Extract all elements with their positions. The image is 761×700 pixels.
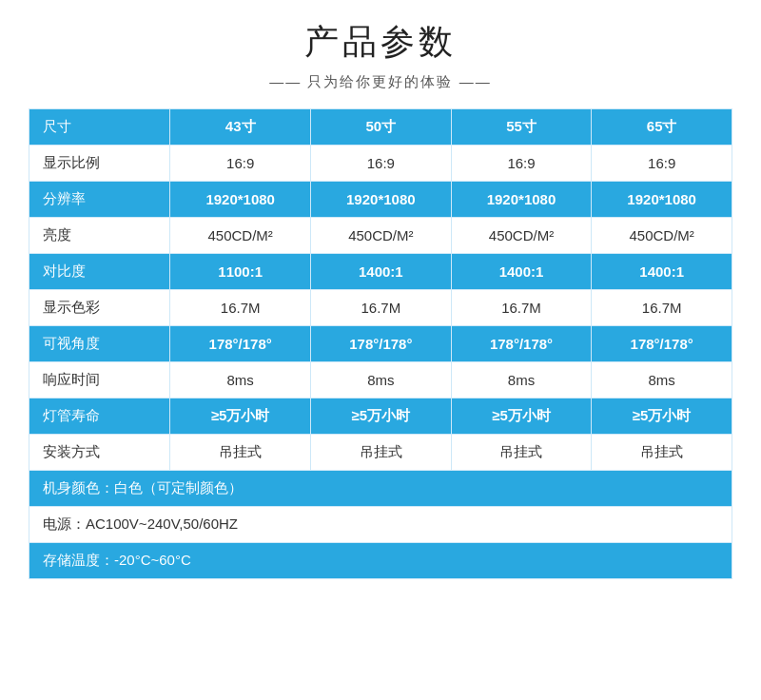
row-5-col-4: 178°/178°: [592, 326, 732, 362]
table-row: 灯管寿命≥5万小时≥5万小时≥5万小时≥5万小时: [29, 399, 732, 435]
row-0-label: 显示比例: [29, 146, 170, 182]
row-5-col-2: 178°/178°: [311, 326, 452, 362]
full-row-2-text: 存储温度：-20°C~60°C: [29, 543, 732, 579]
row-1-col-2: 1920*1080: [311, 182, 452, 218]
params-table: 尺寸43寸50寸55寸65寸显示比例16:916:916:916:9分辨率192…: [29, 108, 732, 579]
row-5-col-3: 178°/178°: [451, 326, 592, 362]
table-row: 可视角度178°/178°178°/178°178°/178°178°/178°: [29, 326, 732, 362]
row-5-col-1: 178°/178°: [170, 326, 311, 362]
row-7-label: 灯管寿命: [29, 399, 170, 435]
row-3-col-1: 1100:1: [170, 254, 311, 290]
row-7-col-1: ≥5万小时: [170, 399, 311, 435]
row-4-col-3: 16.7M: [451, 290, 592, 326]
row-8-col-3: 吊挂式: [451, 435, 592, 471]
row-6-col-2: 8ms: [311, 362, 452, 399]
row-1-label: 分辨率: [29, 182, 170, 218]
table-row: 显示色彩16.7M16.7M16.7M16.7M: [29, 290, 732, 326]
header-col-1: 43寸: [170, 109, 311, 146]
row-3-col-3: 1400:1: [451, 254, 592, 290]
full-row: 机身颜色：白色（可定制颜色）: [29, 471, 732, 507]
header-col-2: 50寸: [311, 109, 452, 146]
row-5-label: 可视角度: [29, 326, 170, 362]
row-6-label: 响应时间: [29, 362, 170, 399]
full-row: 存储温度：-20°C~60°C: [29, 543, 732, 579]
full-row: 电源：AC100V~240V,50/60HZ: [29, 507, 732, 543]
table-row: 响应时间8ms8ms8ms8ms: [29, 362, 732, 399]
row-8-col-4: 吊挂式: [592, 435, 732, 471]
table-row: 显示比例16:916:916:916:9: [29, 146, 732, 182]
row-8-label: 安装方式: [29, 435, 170, 471]
row-2-col-2: 450CD/M²: [311, 218, 452, 254]
row-1-col-4: 1920*1080: [592, 182, 732, 218]
row-7-col-4: ≥5万小时: [592, 399, 732, 435]
row-0-col-2: 16:9: [311, 146, 452, 182]
row-4-label: 显示色彩: [29, 290, 170, 326]
row-3-col-2: 1400:1: [311, 254, 452, 290]
row-1-col-3: 1920*1080: [451, 182, 592, 218]
row-2-col-4: 450CD/M²: [592, 218, 732, 254]
row-4-col-2: 16.7M: [311, 290, 452, 326]
main-title: 产品参数: [304, 19, 457, 66]
row-6-col-1: 8ms: [170, 362, 311, 399]
row-2-col-3: 450CD/M²: [451, 218, 592, 254]
full-row-0-text: 机身颜色：白色（可定制颜色）: [29, 471, 732, 507]
table-row: 分辨率1920*10801920*10801920*10801920*1080: [29, 182, 732, 218]
table-row: 对比度1100:11400:11400:11400:1: [29, 254, 732, 290]
row-8-col-2: 吊挂式: [311, 435, 452, 471]
row-8-col-1: 吊挂式: [170, 435, 311, 471]
header-col-4: 65寸: [592, 109, 732, 146]
row-3-col-4: 1400:1: [592, 254, 732, 290]
row-0-col-3: 16:9: [451, 146, 592, 182]
row-6-col-4: 8ms: [592, 362, 732, 399]
header-col-3: 55寸: [451, 109, 592, 146]
row-6-col-3: 8ms: [451, 362, 592, 399]
row-2-label: 亮度: [29, 218, 170, 254]
row-2-col-1: 450CD/M²: [170, 218, 311, 254]
row-7-col-3: ≥5万小时: [451, 399, 592, 435]
row-0-col-4: 16:9: [592, 146, 732, 182]
row-1-col-1: 1920*1080: [170, 182, 311, 218]
header-label: 尺寸: [29, 109, 170, 146]
full-row-1-text: 电源：AC100V~240V,50/60HZ: [29, 507, 732, 543]
table-row: 安装方式吊挂式吊挂式吊挂式吊挂式: [29, 435, 732, 471]
row-0-col-1: 16:9: [170, 146, 311, 182]
row-4-col-4: 16.7M: [592, 290, 732, 326]
subtitle: —— 只为给你更好的体验 ——: [269, 73, 491, 91]
row-3-label: 对比度: [29, 254, 170, 290]
page-container: 产品参数 —— 只为给你更好的体验 —— 尺寸43寸50寸55寸65寸显示比例1…: [0, 0, 761, 700]
table-row: 亮度450CD/M²450CD/M²450CD/M²450CD/M²: [29, 218, 732, 254]
row-7-col-2: ≥5万小时: [311, 399, 452, 435]
row-4-col-1: 16.7M: [170, 290, 311, 326]
